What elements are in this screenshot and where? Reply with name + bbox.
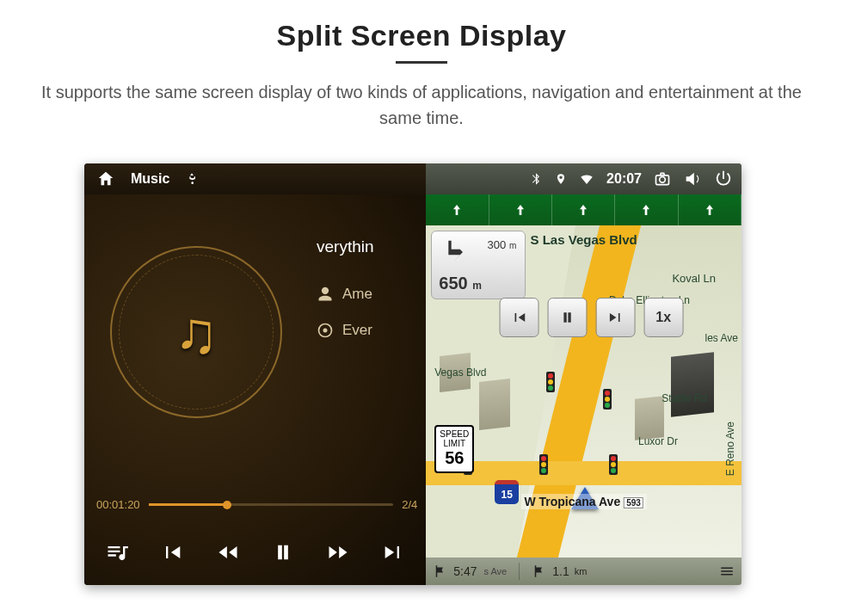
lane-guidance <box>426 194 741 225</box>
disc-icon <box>317 322 334 339</box>
distance-unit: km <box>575 566 588 576</box>
interstate-shield: 15 <box>495 480 519 504</box>
elapsed-time: 00:01:20 <box>96 498 140 511</box>
traffic-light-icon <box>539 454 548 475</box>
track-info: verythin Ame Ever <box>317 237 374 358</box>
device-screenshot: Music 20:07 ♫ verythin <box>84 163 741 585</box>
street-koval: Koval Ln <box>672 272 716 285</box>
street-luxor: Luxor Dr <box>638 435 678 447</box>
progress-bar[interactable]: 00:01:20 2/4 <box>96 498 417 511</box>
location-icon <box>555 173 567 185</box>
turn-distance-main: 650 <box>439 274 467 293</box>
sim-next-button[interactable] <box>595 298 635 337</box>
distance-cell: 1.1 km <box>532 564 587 579</box>
page-subtitle: It supports the same screen display of t… <box>34 79 809 131</box>
camera-icon[interactable] <box>654 170 671 188</box>
speed-limit-sign: SPEED LIMIT 56 <box>434 425 474 473</box>
music-note-icon: ♫ <box>175 299 218 366</box>
person-icon <box>317 286 334 303</box>
sim-speed-button[interactable]: 1x <box>643 298 683 337</box>
eta-value: 5:47 <box>453 564 477 578</box>
artist-name: Ame <box>342 286 372 303</box>
turn-left-icon <box>437 235 471 269</box>
next-button[interactable] <box>326 540 350 564</box>
lane-arrow-icon <box>514 203 527 217</box>
street-vegas: Vegas Blvd <box>434 367 486 379</box>
pause-button[interactable] <box>271 540 295 564</box>
prev-album-button[interactable] <box>160 540 184 564</box>
album-row: Ever <box>317 322 374 339</box>
street-stable: Stable Rd <box>661 392 707 404</box>
lane-arrow-icon <box>703 203 717 217</box>
lane-arrow-icon <box>576 203 590 217</box>
street-ali: s Ave <box>484 566 508 576</box>
bluetooth-icon <box>529 172 543 186</box>
prev-button[interactable] <box>216 540 240 564</box>
track-index: 2/4 <box>402 498 417 511</box>
sim-prev-button[interactable] <box>499 298 538 337</box>
artist-row: Ame <box>317 286 374 303</box>
sim-pause-button[interactable] <box>547 298 587 337</box>
traffic-light-icon <box>546 372 555 392</box>
track-title-row: verythin <box>317 237 374 256</box>
svg-point-3 <box>323 329 328 333</box>
app-label: Music <box>131 171 169 187</box>
music-pane: ♫ verythin Ame Ever 00:01:20 2/4 <box>84 194 426 585</box>
turn-distance-small: 300 <box>488 238 507 251</box>
street-reno: E Reno Ave <box>724 422 736 476</box>
playlist-icon[interactable] <box>105 540 129 564</box>
street-les: les Ave <box>705 332 738 344</box>
building-3d <box>635 396 664 440</box>
menu-icon[interactable] <box>719 564 735 579</box>
clock: 20:07 <box>606 171 642 187</box>
lane-arrow-icon <box>450 203 464 217</box>
nav-footer: 5:47 s Ave 1.1 km <box>426 557 741 585</box>
street-tropicana: W Tropicana Ave593 <box>520 494 646 509</box>
album-name: Ever <box>342 322 372 339</box>
turn-card: 300 m 650 m <box>431 231 526 299</box>
playback-controls <box>84 527 426 578</box>
svg-point-1 <box>660 177 666 183</box>
home-icon[interactable] <box>96 169 115 188</box>
next-album-button[interactable] <box>381 540 405 564</box>
navigation-pane: S Las Vegas Blvd Koval Ln Duke Ellington… <box>426 194 741 585</box>
distance-value: 1.1 <box>552 564 569 578</box>
page-title: Split Screen Display <box>0 19 843 52</box>
lane-arrow-icon <box>639 203 653 217</box>
power-icon[interactable] <box>714 169 733 188</box>
album-art: ♫ <box>110 246 282 418</box>
usb-icon <box>185 172 199 186</box>
flag-icon <box>433 564 448 579</box>
track-title: verythin <box>317 237 374 256</box>
eta-cell: 5:47 <box>433 564 477 579</box>
volume-icon[interactable] <box>683 169 702 188</box>
wifi-icon <box>579 171 594 187</box>
status-bar: Music 20:07 <box>84 163 741 194</box>
building-3d <box>671 352 714 416</box>
flag-icon <box>532 564 547 579</box>
simulation-controls: 1x <box>499 298 683 337</box>
title-underline <box>396 61 447 64</box>
traffic-light-icon <box>609 454 618 475</box>
building-3d <box>479 379 510 430</box>
traffic-light-icon <box>603 389 612 410</box>
